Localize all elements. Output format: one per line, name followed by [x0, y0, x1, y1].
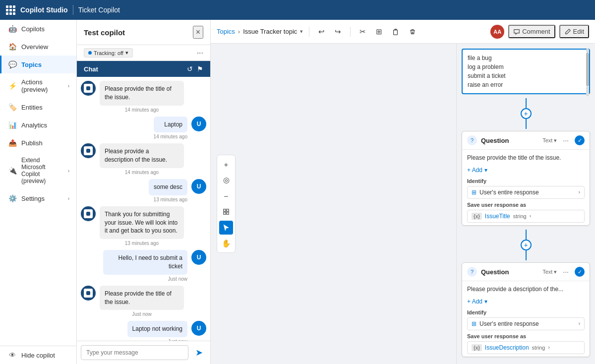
chat-refresh-button[interactable]: ↺: [187, 65, 193, 73]
card-check: ✓: [575, 135, 585, 145]
sidebar-item-copilots[interactable]: 🤖 Copilots: [0, 20, 76, 38]
sidebar: 🤖 Copilots 🏠 Overview 💬 Topics ⚡ Actions…: [0, 20, 77, 364]
sidebar-item-overview[interactable]: 🏠 Overview: [0, 38, 76, 56]
message-bubble: Laptop not working Just now: [127, 321, 187, 341]
settings-icon: ⚙️: [8, 194, 16, 202]
card-add-button[interactable]: + Add ▾: [467, 165, 585, 175]
sidebar-item-settings[interactable]: ⚙️ Settings ›: [0, 189, 76, 207]
field-icon: ⊞: [472, 320, 476, 327]
identify-field[interactable]: ⊞ User's entire response ›: [467, 317, 585, 330]
select-tool-button[interactable]: [219, 221, 233, 235]
canvas-content: + ◎ − ✋ file a bug log a pro: [211, 44, 595, 364]
tracking-toggle[interactable]: Tracking: off ▾: [84, 48, 133, 58]
close-button[interactable]: ×: [193, 26, 203, 39]
sidebar-item-actions[interactable]: ⚡ Actions (preview) ›: [0, 73, 76, 98]
flow-card-header: ? Question Text ▾ ··· ✓: [462, 263, 590, 281]
svg-rect-3: [224, 212, 226, 214]
field-chevron: ›: [530, 213, 531, 219]
message-row: U Laptop not working Just now: [81, 321, 206, 341]
bot-avatar: [81, 143, 96, 158]
delete-button[interactable]: [406, 26, 419, 37]
add-node-button[interactable]: +: [521, 108, 532, 119]
overview-icon: 🏠: [8, 43, 16, 51]
message-text: Please provide a description of the issu…: [100, 143, 184, 168]
question-icon: ?: [467, 135, 477, 145]
paste-button[interactable]: [389, 26, 402, 37]
flow-panel: file a bug log a problem submit a ticket…: [456, 44, 595, 364]
message-row: Thank you for submitting your issue. We …: [81, 206, 206, 246]
identify-label: Identify: [467, 309, 585, 315]
save-section: Save user response as {x} IssueTitle str…: [467, 202, 585, 223]
cut-button[interactable]: ✂: [357, 25, 369, 38]
card-more-button[interactable]: ···: [561, 267, 571, 277]
chat-send-button[interactable]: ➤: [191, 345, 206, 360]
redo-button[interactable]: ↪: [332, 25, 344, 38]
zoom-fit-button[interactable]: [219, 205, 233, 219]
svg-rect-0: [394, 30, 398, 35]
test-panel: Test copilot × Tracking: off ▾ ··· Chat …: [77, 20, 211, 364]
copy-button[interactable]: ⊞: [373, 25, 385, 38]
zoom-out-button[interactable]: −: [219, 189, 233, 203]
user-avatar[interactable]: AA: [490, 25, 504, 39]
chat-header-label: Chat: [84, 65, 183, 73]
sidebar-item-extend[interactable]: 🔌 Extend Microsoft Copilot (preview) ›: [0, 152, 76, 189]
actions-icon: ⚡: [8, 82, 16, 90]
actions-chevron: ›: [68, 83, 69, 89]
hand-tool-button[interactable]: ✋: [219, 237, 233, 250]
zoom-focus-button[interactable]: ◎: [219, 173, 233, 187]
save-field[interactable]: {x} IssueTitle string ›: [467, 210, 585, 223]
message-text: Laptop: [154, 117, 187, 133]
sidebar-item-entities[interactable]: 🏷️ Entities: [0, 98, 76, 116]
user-avatar: U: [191, 321, 206, 336]
topics-breadcrumb-link[interactable]: Topics: [217, 28, 235, 35]
sidebar-item-publish[interactable]: 📤 Publish: [0, 134, 76, 152]
trigger-section: file a bug log a problem submit a ticket…: [462, 49, 590, 96]
undo-button[interactable]: ↩: [315, 25, 328, 38]
message-row: Please provide the title of the issue. 1…: [81, 81, 206, 113]
zoom-in-button[interactable]: +: [219, 157, 233, 171]
topics-icon: 💬: [8, 61, 16, 68]
add-node-button-2[interactable]: +: [521, 240, 532, 250]
identify-label: Identify: [467, 178, 585, 184]
var-icon: {x}: [472, 344, 482, 351]
card-add-button[interactable]: + Add ▾: [467, 297, 585, 306]
message-row: U Laptop 14 minutes ago: [81, 117, 206, 140]
bot-avatar: [81, 81, 96, 96]
field-chevron: ›: [579, 189, 580, 195]
save-field[interactable]: {x} IssueDescription string ›: [467, 341, 585, 354]
card-more-button[interactable]: ···: [561, 135, 571, 145]
publish-icon: 📤: [8, 139, 16, 147]
identify-field[interactable]: ⊞ User's entire response ›: [467, 186, 585, 199]
extend-icon: 🔌: [8, 167, 16, 175]
sidebar-item-topics[interactable]: 💬 Topics: [0, 56, 76, 73]
hide-copilot-button[interactable]: 👁 Hide copilot: [0, 346, 76, 364]
message-text: Please provide the title of the issue.: [100, 286, 184, 310]
chat-flag-button[interactable]: ⚑: [197, 65, 203, 73]
trigger-list: file a bug log a problem submit a ticket…: [462, 49, 590, 94]
canvas-drawing-area[interactable]: [211, 44, 456, 364]
svg-rect-2: [227, 209, 229, 211]
message-bubble: Thank you for submitting your issue. We …: [100, 206, 184, 246]
sidebar-item-analytics[interactable]: 📊 Analytics: [0, 116, 76, 134]
more-options-button[interactable]: ···: [197, 49, 203, 58]
comment-button[interactable]: Comment: [508, 25, 555, 38]
chat-messages: Please provide the title of the issue. 1…: [77, 77, 210, 341]
save-label: Save user response as: [467, 202, 585, 208]
message-bubble: Hello, I need to submit a ticket Just no…: [103, 250, 187, 282]
breadcrumb-chevron[interactable]: ▾: [300, 28, 303, 35]
user-avatar: U: [191, 250, 206, 265]
card-description: Please provide the title of the issue.: [467, 154, 585, 162]
grid-icon[interactable]: [6, 5, 15, 15]
message-time: 14 minutes ago: [100, 170, 184, 175]
scrollbar[interactable]: [586, 49, 589, 96]
question-icon: ?: [467, 267, 477, 277]
message-time: Just now: [100, 311, 184, 317]
edit-button[interactable]: Edit: [559, 25, 589, 38]
message-time: Just now: [103, 276, 187, 282]
user-avatar: U: [191, 117, 206, 131]
breadcrumb: Topics › Issue Tracker topic ▾: [217, 28, 303, 35]
bot-avatar: [81, 206, 96, 221]
breadcrumb-separator: ›: [238, 28, 240, 35]
card-description: Please provide a description of the...: [467, 285, 585, 294]
chat-input[interactable]: [81, 345, 188, 360]
